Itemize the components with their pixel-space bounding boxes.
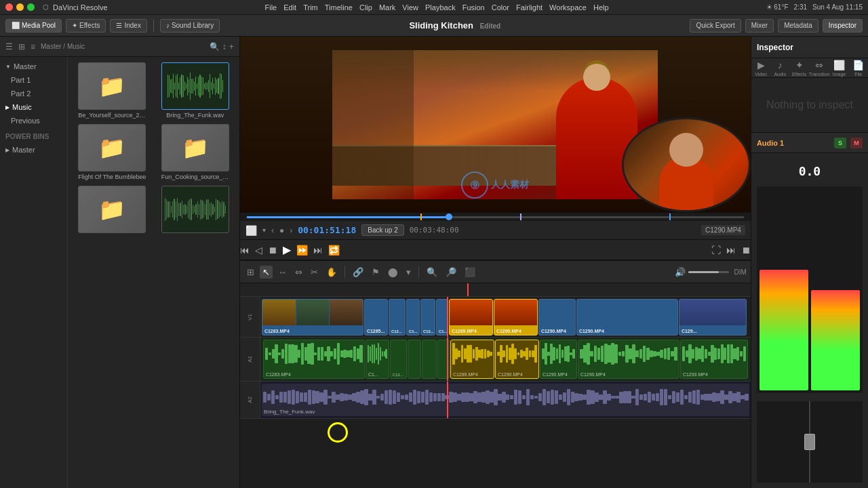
- audio-clip-c1c[interactable]: [437, 340, 450, 379]
- sidebar-item-power-master[interactable]: ▶Master: [0, 143, 67, 157]
- audio-clip-c12[interactable]: C12...: [390, 340, 407, 379]
- ext-monitor-button[interactable]: ⏭: [726, 245, 736, 256]
- go-to-end-button[interactable]: ⏭: [313, 245, 323, 256]
- tl-razor-tool[interactable]: ✂: [308, 266, 321, 279]
- inspector-tab-effects[interactable]: ✦ Effects: [790, 58, 809, 77]
- step-back-button[interactable]: ◁: [255, 245, 262, 256]
- clip-c12a[interactable]: C12...: [389, 299, 406, 336]
- sound-library-button[interactable]: ♪ Sound Library: [160, 19, 220, 33]
- solo-button[interactable]: S: [834, 138, 846, 148]
- audio-clip-c1290c[interactable]: C1290.MP4: [578, 340, 679, 379]
- sort-icon[interactable]: ↕: [222, 42, 226, 52]
- audio-clip-c1a[interactable]: C1...: [366, 340, 389, 379]
- clip-c1285[interactable]: C1285...: [364, 299, 388, 336]
- go-to-start-button[interactable]: ⏮: [240, 245, 250, 256]
- preview-scrubber[interactable]: [240, 213, 751, 221]
- tl-select-tool[interactable]: ↖: [260, 266, 273, 279]
- menu-view[interactable]: View: [402, 3, 418, 12]
- inspector-tab-file[interactable]: 📄 File: [849, 58, 868, 77]
- inspector-button[interactable]: Inspector: [823, 19, 863, 33]
- audio-clip-c12c[interactable]: [422, 340, 437, 379]
- search-icon[interactable]: 🔍: [210, 42, 220, 52]
- clip-c1289[interactable]: C1289.MP4: [449, 299, 493, 336]
- menu-clip[interactable]: Clip: [359, 3, 372, 12]
- dropdown-icon[interactable]: ▾: [262, 226, 266, 234]
- sidebar-item-part1[interactable]: Part 1: [0, 73, 67, 87]
- close-button[interactable]: [5, 3, 13, 11]
- audio-clip-c1293[interactable]: C1293.MP4: [680, 340, 748, 379]
- clip-c1290c[interactable]: C1290.MP4: [576, 299, 678, 336]
- nav-fwd[interactable]: ›: [290, 226, 292, 235]
- sidebar-item-music[interactable]: ▶Music: [0, 100, 67, 114]
- tl-color-flag[interactable]: ⬤: [385, 266, 401, 279]
- tl-zoom-in[interactable]: 🔎: [443, 266, 459, 279]
- fullscreen-button[interactable]: ⛶: [711, 245, 721, 256]
- sidebar-item-master[interactable]: ▼Master: [0, 60, 67, 73]
- menu-fusion[interactable]: Fusion: [462, 3, 485, 12]
- menu-timeline[interactable]: Timeline: [325, 3, 353, 12]
- media-item-flight[interactable]: 📁 Flight Of The Bumblebee: [73, 124, 151, 180]
- inspector-tab-audio[interactable]: ♪ Audio: [770, 58, 789, 77]
- media-item-empty-folder[interactable]: 📁: [73, 186, 151, 235]
- tl-trim-tool[interactable]: ↔: [275, 266, 290, 279]
- menu-workspace[interactable]: Workspace: [549, 3, 587, 12]
- media-item-audio-2[interactable]: [156, 186, 233, 235]
- menu-fairlight[interactable]: Fairlight: [516, 3, 542, 12]
- sidebar-item-part2[interactable]: Part 2: [0, 87, 67, 100]
- maximize-button[interactable]: [27, 3, 35, 11]
- nav-menu[interactable]: ●: [279, 226, 284, 235]
- clip-c1b[interactable]: C1...: [436, 299, 448, 336]
- tl-flag-tool[interactable]: ⚑: [369, 266, 382, 279]
- menu-color[interactable]: Color: [492, 3, 509, 12]
- audio-clip-c1b[interactable]: [408, 340, 421, 379]
- clip-c129x[interactable]: C129...: [679, 299, 747, 336]
- scrubber-track[interactable]: [247, 216, 744, 218]
- metadata-button[interactable]: Metadata: [778, 19, 818, 33]
- inspector-tab-image[interactable]: ⬜ Image: [829, 58, 848, 77]
- menu-help[interactable]: Help: [593, 3, 609, 12]
- media-pool-button[interactable]: ⬜ Media Pool: [5, 19, 62, 33]
- menu-playback[interactable]: Playback: [425, 3, 456, 12]
- audio-clip-c1290a[interactable]: C1290.MP4: [495, 340, 539, 379]
- media-item-bring-funk[interactable]: // Will generate waveform bars after DOM…: [156, 62, 233, 119]
- music-clip[interactable]: Bring_The_Funk.wav: [262, 384, 749, 416]
- quick-export-button[interactable]: Quick Export: [690, 19, 741, 33]
- backup-button[interactable]: Back up 2: [361, 224, 403, 236]
- list-icon[interactable]: ≡: [31, 42, 35, 52]
- tl-zoom-out[interactable]: 🔍: [424, 266, 440, 279]
- traffic-lights[interactable]: [5, 3, 35, 11]
- play-button[interactable]: ▶: [283, 243, 291, 256]
- fast-forward-button[interactable]: ⏩: [296, 245, 308, 256]
- inspector-tab-transition[interactable]: ⇔ Transition: [809, 58, 829, 77]
- mac-menu-items[interactable]: File Edit Trim Timeline Clip Mark View P…: [264, 3, 608, 12]
- tl-snap-tool[interactable]: ⊞: [244, 266, 257, 279]
- clip-c1290b[interactable]: C1290.MP4: [538, 299, 576, 336]
- menu-mark[interactable]: Mark: [379, 3, 395, 12]
- aspect-ratio-icon[interactable]: ⬜: [245, 225, 257, 236]
- clip-c1a[interactable]: C1...: [406, 299, 420, 336]
- mute-button[interactable]: M: [850, 138, 863, 148]
- clip-c1283[interactable]: C1283.MP4: [262, 299, 363, 336]
- tl-fit[interactable]: ⬛: [462, 266, 478, 279]
- clip-c12b[interactable]: C12...: [420, 299, 435, 336]
- tl-hand-tool[interactable]: ✋: [323, 266, 340, 279]
- effects-button[interactable]: ✦ Effects: [66, 19, 106, 33]
- volume-slider[interactable]: [688, 271, 729, 273]
- nav-back[interactable]: ‹: [271, 226, 274, 235]
- tl-link-tool[interactable]: 🔗: [350, 266, 366, 279]
- layout-icon[interactable]: ☰: [5, 42, 13, 52]
- minimize-button[interactable]: [16, 3, 24, 11]
- mixer-button[interactable]: Mixer: [745, 19, 774, 33]
- menu-edit[interactable]: Edit: [283, 3, 296, 12]
- audio-clip-c1290b[interactable]: C1290.MP4: [540, 340, 577, 379]
- fader-knob[interactable]: [804, 434, 815, 450]
- tl-slip-tool[interactable]: ⇔: [292, 266, 305, 279]
- dim-button[interactable]: DIM: [734, 268, 747, 276]
- tl-flag-dropdown[interactable]: ▾: [403, 266, 414, 279]
- menu-file[interactable]: File: [264, 3, 277, 12]
- sidebar-item-previous[interactable]: Previous: [0, 114, 67, 127]
- add-icon[interactable]: +: [229, 42, 234, 52]
- end-button[interactable]: ⏹: [741, 245, 751, 256]
- volume-icon[interactable]: 🔊: [675, 267, 686, 277]
- media-item-be-yourself[interactable]: 📁 Be_Yourself_source_2509491: [73, 62, 151, 119]
